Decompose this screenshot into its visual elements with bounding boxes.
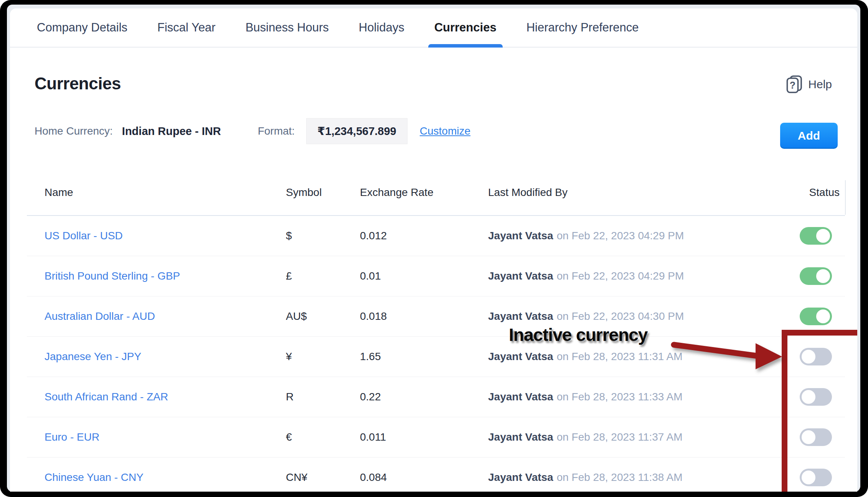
column-header-exchange-rate: Exchange Rate bbox=[360, 186, 488, 199]
settings-card: Company Details Fiscal Year Business Hou… bbox=[10, 8, 857, 492]
home-currency-row: Home Currency: Indian Rupee - INR Format… bbox=[35, 118, 470, 144]
format-value-box: ₹1,234,567.899 bbox=[306, 118, 408, 144]
modified-on-date: on Feb 28, 2023 11:37 AM bbox=[557, 431, 683, 443]
currency-symbol: CN¥ bbox=[286, 471, 360, 484]
table-row: British Pound Sterling - GBP £ 0.01 Jaya… bbox=[27, 256, 845, 296]
modified-by-name: Jayant Vatsa bbox=[488, 391, 553, 403]
table-header-row: Name Symbol Exchange Rate Last Modified … bbox=[27, 170, 845, 216]
help-button[interactable]: ? Help bbox=[786, 75, 832, 94]
table-row: Chinese Yuan - CNY CN¥ 0.084 Jayant Vats… bbox=[27, 458, 845, 492]
page-background: Company Details Fiscal Year Business Hou… bbox=[7, 5, 860, 492]
table-row: US Dollar - USD $ 0.012 Jayant Vatsaon F… bbox=[27, 216, 845, 256]
currencies-table: Name Symbol Exchange Rate Last Modified … bbox=[27, 170, 845, 492]
toggle-knob bbox=[816, 229, 830, 243]
settings-tabbar: Company Details Fiscal Year Business Hou… bbox=[10, 8, 857, 48]
tab-company-details[interactable]: Company Details bbox=[37, 8, 127, 47]
home-currency-label: Home Currency: bbox=[35, 125, 113, 137]
currency-symbol: € bbox=[286, 431, 360, 443]
currency-symbol: $ bbox=[286, 230, 360, 242]
currency-symbol: R bbox=[286, 391, 360, 403]
modified-by-name: Jayant Vatsa bbox=[488, 471, 553, 483]
toggle-knob bbox=[816, 269, 830, 283]
tab-currencies[interactable]: Currencies bbox=[434, 8, 497, 47]
home-currency-value: Indian Rupee - INR bbox=[122, 125, 221, 138]
status-toggle[interactable] bbox=[800, 308, 832, 325]
currency-symbol: £ bbox=[286, 270, 360, 282]
exchange-rate-value: 0.012 bbox=[360, 230, 488, 242]
toggle-knob bbox=[816, 309, 830, 323]
modified-on-date: on Feb 22, 2023 04:29 PM bbox=[557, 270, 684, 282]
exchange-rate-value: 0.084 bbox=[360, 471, 488, 484]
modified-by-name: Jayant Vatsa bbox=[488, 230, 553, 242]
exchange-rate-value: 0.22 bbox=[360, 391, 488, 403]
inactive-currency-annotation-label: Inactive currency bbox=[509, 325, 647, 344]
exchange-rate-value: 1.65 bbox=[360, 351, 488, 363]
modified-by-name: Jayant Vatsa bbox=[488, 270, 553, 282]
svg-text:?: ? bbox=[790, 80, 795, 91]
column-header-last-modified-by: Last Modified By bbox=[488, 186, 780, 199]
exchange-rate-value: 0.01 bbox=[360, 270, 488, 282]
modified-on-date: on Feb 22, 2023 04:30 PM bbox=[557, 310, 684, 322]
help-label: Help bbox=[808, 78, 832, 91]
currency-name-link[interactable]: South African Rand - ZAR bbox=[45, 391, 168, 403]
exchange-rate-value: 0.018 bbox=[360, 310, 488, 323]
currency-name-link[interactable]: British Pound Sterling - GBP bbox=[45, 270, 180, 282]
modified-on-date: on Feb 28, 2023 11:31 AM bbox=[557, 351, 683, 362]
modified-on-date: on Feb 28, 2023 11:38 AM bbox=[557, 471, 683, 483]
modified-by-name: Jayant Vatsa bbox=[488, 310, 553, 322]
table-row: South African Rand - ZAR R 0.22 Jayant V… bbox=[27, 377, 845, 417]
currency-name-link[interactable]: US Dollar - USD bbox=[45, 230, 123, 242]
screenshot-frame: Company Details Fiscal Year Business Hou… bbox=[0, 0, 868, 497]
tab-business-hours[interactable]: Business Hours bbox=[246, 8, 329, 47]
format-label: Format: bbox=[258, 125, 295, 137]
table-row: Euro - EUR € 0.011 Jayant Vatsaon Feb 28… bbox=[27, 417, 845, 458]
column-header-status: Status bbox=[780, 186, 845, 199]
status-toggle[interactable] bbox=[800, 227, 832, 245]
table-right-divider bbox=[845, 180, 846, 215]
status-toggle[interactable] bbox=[800, 267, 832, 285]
currency-symbol: AU$ bbox=[286, 310, 360, 323]
tab-holidays[interactable]: Holidays bbox=[359, 8, 404, 47]
currency-symbol: ¥ bbox=[286, 351, 360, 363]
customize-link[interactable]: Customize bbox=[420, 125, 470, 137]
currency-name-link[interactable]: Australian Dollar - AUD bbox=[45, 310, 155, 322]
help-icon: ? bbox=[786, 75, 802, 94]
modified-by-name: Jayant Vatsa bbox=[488, 431, 553, 443]
annotation-arrow-icon bbox=[664, 332, 787, 375]
currency-name-link[interactable]: Chinese Yuan - CNY bbox=[45, 471, 144, 483]
modified-by-name: Jayant Vatsa bbox=[488, 351, 553, 362]
currency-name-link[interactable]: Japanese Yen - JPY bbox=[45, 351, 141, 362]
table-row: Australian Dollar - AUD AU$ 0.018 Jayant… bbox=[27, 296, 845, 337]
modified-on-date: on Feb 28, 2023 11:33 AM bbox=[557, 391, 683, 403]
add-currency-button[interactable]: Add bbox=[780, 123, 838, 149]
exchange-rate-value: 0.011 bbox=[360, 431, 488, 443]
currency-name-link[interactable]: Euro - EUR bbox=[45, 431, 99, 443]
page-title: Currencies bbox=[35, 74, 121, 93]
modified-on-date: on Feb 22, 2023 04:29 PM bbox=[557, 230, 684, 242]
column-header-symbol: Symbol bbox=[286, 186, 360, 199]
inactive-currency-highlight-box bbox=[782, 330, 857, 492]
tab-fiscal-year[interactable]: Fiscal Year bbox=[157, 8, 216, 47]
tab-hierarchy-preference[interactable]: Hierarchy Preference bbox=[526, 8, 639, 47]
column-header-name: Name bbox=[45, 186, 286, 199]
